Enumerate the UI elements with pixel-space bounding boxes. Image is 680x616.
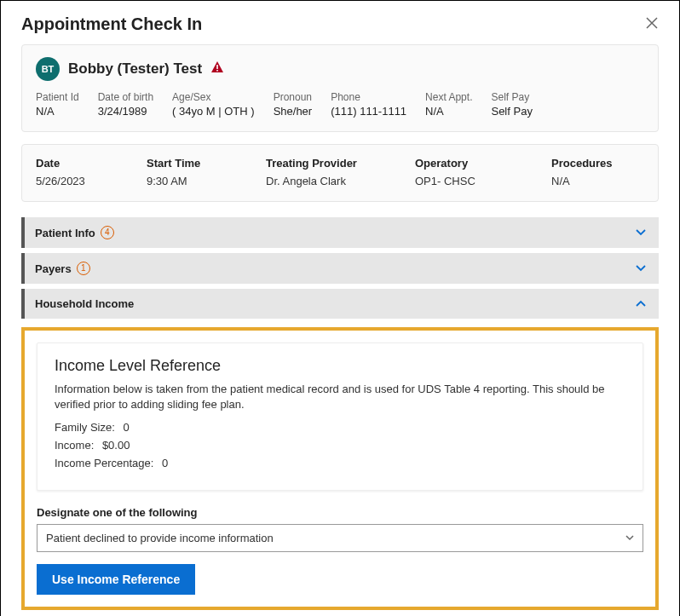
- demo-label: Next Appt.: [425, 91, 472, 103]
- chevron-up-icon: [635, 298, 647, 310]
- income-label: Income: [55, 439, 94, 452]
- household-income-panel: Income Level Reference Information below…: [21, 327, 659, 610]
- demo-patient-id: Patient Id N/A: [36, 91, 79, 118]
- accordion-household-income[interactable]: Household Income: [21, 289, 659, 319]
- appt-provider-value: Dr. Angela Clark: [266, 175, 415, 187]
- chevron-down-icon: [625, 531, 635, 546]
- appt-operatory-label: Operatory: [415, 157, 551, 170]
- designate-selected-value: Patient declined to provide income infor…: [46, 532, 274, 544]
- appt-procedures-label: Procedures: [551, 157, 644, 170]
- demo-phone: Phone (111) 111-1111: [331, 91, 406, 118]
- demo-label: Patient Id: [36, 91, 79, 103]
- avatar: BT: [36, 57, 60, 81]
- income-pct-row: Income Percentage 0: [55, 457, 625, 469]
- income-value: $0.00: [102, 439, 130, 452]
- accordion-payers[interactable]: Payers 1: [21, 253, 659, 284]
- accordion-title: Payers: [35, 262, 72, 275]
- appointment-card: Date Start Time Treating Provider Operat…: [21, 144, 659, 202]
- appt-start-value: 9:30 AM: [147, 175, 266, 187]
- demo-value: Self Pay: [491, 105, 532, 118]
- appt-provider-label: Treating Provider: [266, 157, 415, 170]
- income-reference-card: Income Level Reference Information below…: [37, 343, 643, 491]
- chevron-down-icon: [635, 227, 647, 239]
- demo-value: N/A: [36, 105, 79, 118]
- accordion-patient-info[interactable]: Patient Info 4: [21, 217, 659, 248]
- use-income-reference-button[interactable]: Use Income Reference: [37, 564, 195, 595]
- family-size-value: 0: [123, 421, 129, 434]
- chevron-down-icon: [635, 262, 647, 274]
- demo-next-appt: Next Appt. N/A: [425, 91, 472, 118]
- patient-banner: BT Bobby (Tester) Test Patient Id N/A Da…: [21, 44, 659, 132]
- modal-header: Appointment Check In: [1, 1, 679, 44]
- demo-value: She/her: [274, 105, 313, 118]
- appt-procedures-value: N/A: [551, 175, 644, 187]
- demo-label: Date of birth: [98, 91, 153, 103]
- demo-label: Phone: [331, 91, 406, 103]
- badge-count: 4: [101, 226, 114, 239]
- appt-start-label: Start Time: [147, 157, 266, 170]
- designate-select[interactable]: Patient declined to provide income infor…: [37, 524, 643, 552]
- appt-date-value: 5/26/2023: [36, 175, 147, 187]
- family-size-label: Family Size: [55, 421, 115, 434]
- demo-value: N/A: [425, 105, 472, 118]
- demo-value: (111) 111-1111: [331, 105, 406, 118]
- family-size-row: Family Size 0: [55, 421, 625, 434]
- demo-label: Age/Sex: [172, 91, 255, 103]
- patient-name-row: BT Bobby (Tester) Test: [36, 57, 644, 81]
- demographics-row: Patient Id N/A Date of birth 3/24/1989 A…: [36, 91, 644, 118]
- checkin-modal: Appointment Check In BT Bobby (Tester) T…: [0, 0, 680, 616]
- designate-select-wrap: Patient declined to provide income infor…: [37, 524, 643, 552]
- income-ref-title: Income Level Reference: [55, 357, 625, 375]
- accordion-title: Patient Info: [35, 227, 95, 239]
- demo-dob: Date of birth 3/24/1989: [98, 91, 153, 118]
- demo-self-pay: Self Pay Self Pay: [491, 91, 532, 118]
- income-row: Income $0.00: [55, 439, 625, 452]
- demo-label: Pronoun: [274, 91, 313, 103]
- svg-rect-0: [216, 65, 218, 69]
- demo-pronoun: Pronoun She/her: [274, 91, 313, 118]
- close-icon[interactable]: [645, 16, 659, 33]
- designate-label: Designate one of the following: [37, 506, 643, 519]
- patient-name: Bobby (Tester) Test: [68, 60, 202, 78]
- income-pct-label: Income Percentage: [55, 457, 153, 469]
- alert-icon[interactable]: [210, 60, 224, 78]
- demo-value: 3/24/1989: [98, 105, 153, 118]
- accordion-title: Household Income: [35, 297, 134, 310]
- demo-value: ( 34yo M | OTH ): [172, 105, 255, 118]
- appt-date-label: Date: [36, 157, 147, 170]
- income-pct-value: 0: [162, 457, 168, 469]
- demo-label: Self Pay: [491, 91, 532, 103]
- badge-count: 1: [77, 262, 90, 275]
- modal-title: Appointment Check In: [21, 14, 202, 34]
- appt-operatory-value: OP1- CHSC: [415, 175, 551, 187]
- svg-rect-1: [216, 70, 218, 72]
- income-ref-desc: Information below is taken from the pati…: [55, 382, 625, 412]
- demo-age-sex: Age/Sex ( 34yo M | OTH ): [172, 91, 255, 118]
- appointment-grid: Date Start Time Treating Provider Operat…: [36, 157, 644, 187]
